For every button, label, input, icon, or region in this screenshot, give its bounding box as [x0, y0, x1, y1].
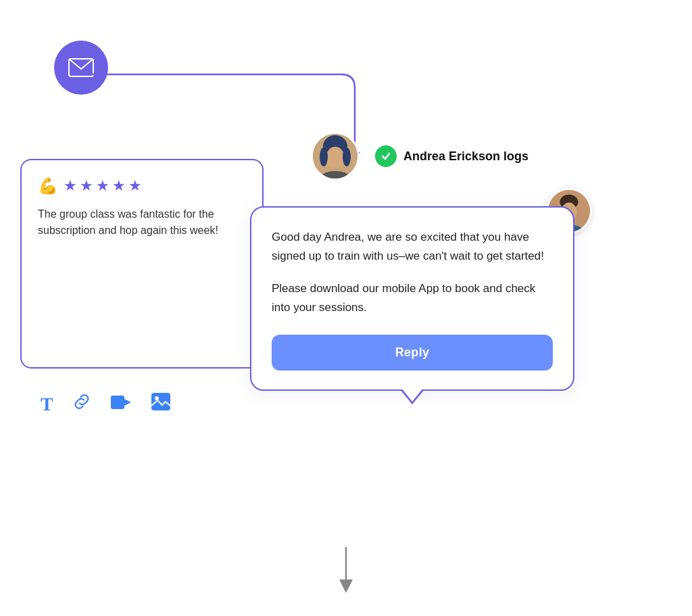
check-circle-icon: [375, 145, 397, 167]
notification-badge: Andrea Erickson logs: [375, 145, 528, 167]
chat-bubble-paragraph2: Please download our mobile App to book a…: [272, 279, 553, 317]
video-icon[interactable]: [110, 394, 132, 415]
text-icon[interactable]: T: [41, 394, 53, 415]
svg-point-5: [155, 396, 159, 400]
avatar-andrea: [311, 132, 360, 181]
svg-point-8: [326, 147, 345, 170]
review-text: The group class was fantastic for the su…: [38, 206, 246, 239]
scene: 💪 ★ ★ ★ ★ ★ The group class was fantasti…: [0, 0, 692, 616]
chat-bubble-paragraph1: Good day Andrea, we are so excited that …: [272, 228, 553, 266]
svg-marker-3: [124, 399, 131, 406]
reply-button[interactable]: Reply: [272, 335, 553, 371]
star-3: ★: [96, 177, 109, 195]
svg-rect-4: [151, 393, 170, 410]
flow-arrow-bottom: [332, 547, 360, 597]
star-2: ★: [80, 177, 93, 195]
review-emoji: 💪: [38, 176, 58, 195]
svg-marker-19: [339, 579, 353, 593]
star-1: ★: [64, 177, 77, 195]
image-icon[interactable]: [151, 392, 171, 416]
toolbar: T: [41, 392, 171, 416]
notification-text: Andrea Erickson logs: [403, 149, 528, 164]
svg-rect-2: [111, 396, 124, 409]
star-4: ★: [112, 177, 126, 195]
svg-point-9: [320, 147, 328, 166]
link-icon[interactable]: [72, 392, 91, 416]
svg-point-10: [343, 147, 351, 166]
star-5: ★: [128, 177, 142, 195]
review-card: 💪 ★ ★ ★ ★ ★ The group class was fantasti…: [20, 159, 264, 369]
chat-bubble-card: Good day Andrea, we are so excited that …: [250, 206, 574, 391]
stars-container: ★ ★ ★ ★ ★: [64, 177, 142, 195]
review-card-header: 💪 ★ ★ ★ ★ ★: [38, 176, 246, 195]
